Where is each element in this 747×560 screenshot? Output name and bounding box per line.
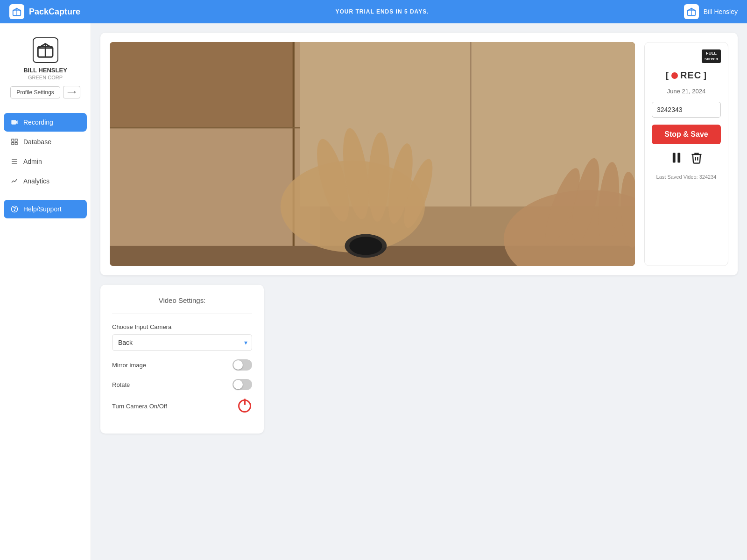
recording-panel: FULL screen [ REC ] June 21, 2024 Stop &… — [644, 42, 728, 266]
sidebar-item-help-label: Help/Support — [23, 205, 62, 213]
sidebar-actions: Profile Settings ⟶ — [10, 86, 80, 98]
svg-rect-11 — [15, 139, 17, 141]
svg-rect-43 — [672, 153, 675, 163]
fullscreen-line2: screen — [705, 56, 718, 61]
last-saved-label: Last Saved Video: 324234 — [656, 174, 717, 180]
nav-items: Recording Database — [0, 113, 91, 218]
app-name: PackCapture — [29, 7, 80, 17]
rec-dot — [671, 72, 678, 79]
user-avatar-icon — [684, 4, 699, 19]
database-icon — [10, 138, 19, 146]
sidebar-username: BILL HENSLEY — [23, 67, 67, 74]
svg-rect-12 — [12, 142, 14, 145]
user-info: Bill Hensley — [684, 4, 738, 19]
sidebar: BILL HENSLEY GREEN CORP Profile Settings… — [0, 23, 91, 560]
video-settings-title: Video Settings: — [112, 296, 252, 304]
delete-button[interactable] — [690, 151, 703, 167]
sidebar-item-analytics-label: Analytics — [23, 177, 49, 185]
settings-divider — [112, 314, 252, 314]
brand-icon — [9, 4, 24, 19]
svg-rect-44 — [677, 153, 680, 163]
fullscreen-line1: FULL — [706, 51, 717, 56]
recording-id-input[interactable] — [652, 102, 721, 118]
mirror-image-toggle[interactable] — [233, 359, 252, 371]
app-layout: BILL HENSLEY GREEN CORP Profile Settings… — [0, 23, 747, 560]
power-icon — [238, 399, 251, 413]
svg-rect-9 — [11, 120, 16, 124]
sidebar-item-database[interactable]: Database — [4, 133, 87, 151]
camera-power-button[interactable] — [237, 399, 252, 413]
camera-select[interactable]: Back Front — [112, 334, 252, 351]
svg-rect-10 — [12, 139, 14, 141]
mirror-image-row: Mirror image — [112, 359, 252, 371]
fullscreen-badge: FULL screen — [702, 49, 721, 63]
sidebar-avatar — [33, 37, 58, 63]
svg-point-18 — [14, 210, 14, 211]
camera-placeholder — [110, 42, 635, 266]
camera-feed — [110, 42, 635, 266]
recording-card: FULL screen [ REC ] June 21, 2024 Stop &… — [100, 33, 738, 275]
main-content: FULL screen [ REC ] June 21, 2024 Stop &… — [91, 23, 747, 560]
user-name: Bill Hensley — [704, 8, 738, 15]
rec-bracket-right: ] — [704, 70, 707, 80]
recording-actions — [670, 151, 703, 167]
camera-select-wrapper: Back Front ▾ — [112, 334, 252, 351]
camera-input-label: Choose Input Camera — [112, 323, 252, 330]
rotate-toggle[interactable] — [233, 379, 252, 390]
mirror-image-label: Mirror image — [112, 362, 146, 369]
camera-power-row: Turn Camera On/Off — [112, 399, 252, 413]
sidebar-item-recording[interactable]: Recording — [4, 113, 87, 132]
recording-date: June 21, 2024 — [667, 88, 705, 95]
rec-bracket-left: [ — [666, 70, 669, 80]
sidebar-item-recording-label: Recording — [23, 119, 53, 126]
profile-settings-button[interactable]: Profile Settings — [10, 86, 60, 98]
video-settings-card: Video Settings: Choose Input Camera Back… — [100, 285, 264, 434]
recording-icon — [10, 118, 19, 126]
help-icon — [10, 205, 19, 213]
trial-message: YOUR TRIAL ENDS IN 5 DAYS. — [335, 8, 429, 15]
rotate-row: Rotate — [112, 379, 252, 390]
sidebar-item-analytics[interactable]: Analytics — [4, 172, 87, 190]
sidebar-profile: BILL HENSLEY GREEN CORP Profile Settings… — [0, 33, 91, 108]
rec-indicator: [ REC ] — [666, 70, 707, 81]
admin-icon — [10, 157, 19, 166]
analytics-icon — [10, 177, 19, 185]
rotate-toggle-knob — [233, 380, 243, 389]
sidebar-item-help[interactable]: Help/Support — [4, 200, 87, 218]
top-navbar: PackCapture YOUR TRIAL ENDS IN 5 DAYS. B… — [0, 0, 747, 23]
svg-rect-42 — [110, 42, 635, 266]
camera-input-row: Choose Input Camera Back Front ▾ — [112, 323, 252, 351]
logout-icon: ⟶ — [67, 89, 76, 96]
svg-rect-13 — [15, 142, 17, 145]
rotate-label: Rotate — [112, 381, 130, 388]
mirror-toggle-knob — [233, 360, 243, 370]
rec-label: REC — [680, 70, 701, 81]
pause-button[interactable] — [670, 151, 683, 167]
sidebar-item-admin[interactable]: Admin — [4, 152, 87, 171]
sidebar-item-admin-label: Admin — [23, 158, 42, 165]
brand: PackCapture — [9, 4, 80, 19]
sidebar-item-database-label: Database — [23, 138, 51, 146]
stop-save-button[interactable]: Stop & Save — [652, 125, 721, 144]
sidebar-company: GREEN CORP — [28, 75, 63, 80]
logout-button[interactable]: ⟶ — [63, 86, 80, 98]
camera-power-label: Turn Camera On/Off — [112, 403, 167, 410]
